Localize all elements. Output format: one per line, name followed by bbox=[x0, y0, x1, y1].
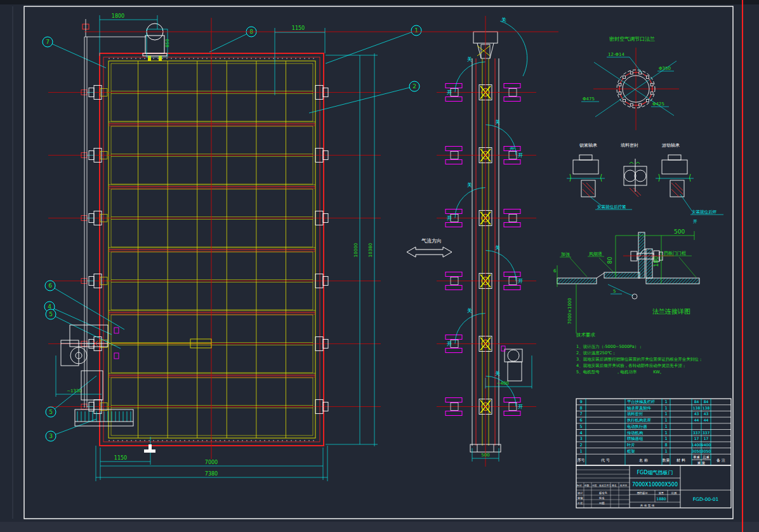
cell-qty: 1 bbox=[664, 411, 667, 416]
close-label: 关 bbox=[467, 182, 472, 188]
cell-qty: 1 bbox=[664, 418, 667, 423]
flange-bolt bbox=[650, 83, 653, 86]
balloon-number: 5 bbox=[49, 409, 53, 415]
flange-bolt bbox=[630, 103, 633, 106]
svg-text:10380: 10380 bbox=[368, 243, 373, 257]
header-total: 总重 bbox=[702, 455, 710, 459]
role-label: 工艺 bbox=[577, 502, 583, 505]
top-edge-strip bbox=[0, 0, 759, 4]
cell-unit: 1400 bbox=[692, 442, 701, 447]
cell-unit: 138 bbox=[693, 406, 701, 410]
svg-text:加强: 加强 bbox=[561, 252, 570, 257]
model-space-background bbox=[0, 0, 759, 532]
header-qty: 数量 bbox=[663, 458, 670, 462]
cell-unit: 43 bbox=[694, 411, 699, 416]
cell-qty: 8 bbox=[664, 442, 667, 448]
svg-text:500: 500 bbox=[481, 453, 489, 458]
open-label: 开 bbox=[447, 341, 452, 347]
role-label: 审核 bbox=[578, 496, 583, 500]
balloon-number: 5 bbox=[49, 311, 53, 317]
note-line: 3、就地安装后调整行程限位装置的开关位置保证挡板全开全关到位； bbox=[576, 357, 703, 362]
svg-text:6: 6 bbox=[553, 269, 557, 274]
svg-text:~1330: ~1330 bbox=[67, 389, 82, 394]
open-label: 开 bbox=[447, 215, 452, 221]
product-name: FGD烟气挡板门 bbox=[637, 470, 673, 475]
bearing-note-2b: 开 bbox=[693, 219, 697, 224]
cad-drawing-canvas[interactable]: 关开关开关开关开关开关开关开 序号代 号名 称数量材 料单重总重重 量备 注9平… bbox=[0, 0, 759, 532]
mark-label: 处数 bbox=[584, 484, 590, 487]
cell-total: 43 bbox=[704, 411, 709, 416]
flange-bolt bbox=[630, 72, 633, 74]
header-code: 代 号 bbox=[600, 458, 610, 462]
note-line: 4、就地安装后做开关试验，各转动部件应动作灵活无卡涩； bbox=[576, 363, 686, 368]
balloon-number: 1 bbox=[414, 27, 418, 34]
mark-label: 年月日 bbox=[619, 484, 627, 487]
header-remark: 备 注 bbox=[716, 458, 725, 463]
open-label: 开 bbox=[518, 278, 523, 284]
svg-text:12-Φ14: 12-Φ14 bbox=[608, 52, 624, 57]
header-name: 名 称 bbox=[639, 458, 648, 463]
svg-text:80: 80 bbox=[607, 256, 613, 264]
flange-connection-title: 法兰连接详图 bbox=[652, 308, 690, 315]
svg-text:500: 500 bbox=[674, 229, 685, 235]
balloon-number: 6 bbox=[48, 283, 52, 289]
header-mat: 材 料 bbox=[676, 458, 685, 463]
cell-name: 平台扶梯及栏杆 bbox=[627, 399, 656, 404]
cell-no: 7 bbox=[579, 411, 582, 416]
cell-unit: 84 bbox=[694, 399, 699, 404]
note-line: 2、设计温度250℃； bbox=[576, 350, 616, 356]
open-label: 开 bbox=[447, 90, 452, 95]
cell-no: 4 bbox=[579, 430, 582, 436]
svg-text:7000: 7000 bbox=[205, 460, 218, 465]
mark-label: 标记 bbox=[576, 484, 582, 487]
cell-qty: 1 bbox=[664, 430, 667, 436]
flange-d350-label: Φ350 bbox=[659, 66, 671, 71]
svg-text:180: 180 bbox=[653, 256, 659, 267]
close-label: 关 bbox=[495, 119, 500, 125]
cell-qty: 1 bbox=[664, 399, 667, 404]
cell-no: 2 bbox=[579, 442, 582, 448]
flange-bolt bbox=[619, 83, 621, 86]
cell-total: 337 bbox=[703, 430, 710, 435]
cell-name: 联轴器组 bbox=[627, 436, 644, 441]
actuator-leg bbox=[159, 56, 162, 61]
cell-name: 叶片 bbox=[627, 442, 635, 448]
bearing-title-2: 填料密封 bbox=[620, 143, 638, 148]
svg-text:7000×1000: 7000×1000 bbox=[567, 298, 572, 324]
note-line: 1、设计压力（-5000~5000Pa）； bbox=[576, 344, 643, 349]
svg-text:10000: 10000 bbox=[353, 243, 359, 257]
cell-name: 填料密封 bbox=[626, 411, 643, 416]
cell-qty: 1 bbox=[664, 436, 667, 441]
cell-total: 84 bbox=[704, 399, 709, 404]
close-label: 关 bbox=[501, 17, 506, 23]
cell-unit: 337 bbox=[693, 430, 701, 435]
cell-no: 5 bbox=[579, 424, 582, 429]
cell-unit: 44 bbox=[694, 418, 699, 422]
close-label: 关 bbox=[467, 308, 472, 314]
header-no: 序号 bbox=[578, 458, 585, 462]
cell-total: 138 bbox=[703, 406, 710, 410]
mark-label: 更改文件号 bbox=[599, 484, 611, 487]
close-label: 关 bbox=[467, 57, 472, 62]
close-label: 关 bbox=[495, 245, 500, 251]
cell-unit: 3050 bbox=[692, 449, 701, 453]
technical-notes-title: 技术要求 bbox=[576, 332, 596, 338]
cell-total: 3050 bbox=[701, 449, 711, 453]
cell-name: 执行机构底座 bbox=[627, 418, 651, 423]
flange-bolt bbox=[639, 103, 642, 106]
bearing-title-1: 锁紧轴承 bbox=[579, 143, 597, 148]
flange-bolt bbox=[623, 99, 626, 102]
mark-label: 分区 bbox=[592, 484, 597, 487]
cell-total: 44 bbox=[704, 418, 709, 422]
dimension-850: 850 bbox=[165, 39, 170, 47]
bearing-title-3: 游动轴承 bbox=[662, 143, 680, 148]
role-label: 批准 bbox=[598, 496, 605, 500]
cell-name: 传动机构 bbox=[627, 430, 643, 436]
cell-qty: 1 bbox=[664, 424, 667, 429]
close-label: 关 bbox=[495, 371, 500, 376]
flange-bolt bbox=[619, 92, 621, 95]
balloon-number: 2 bbox=[412, 83, 416, 90]
cell-qty: 1 bbox=[664, 406, 667, 411]
cell-name: 轴承座及附件 bbox=[627, 406, 651, 411]
mark-label: 签名 bbox=[612, 484, 617, 487]
